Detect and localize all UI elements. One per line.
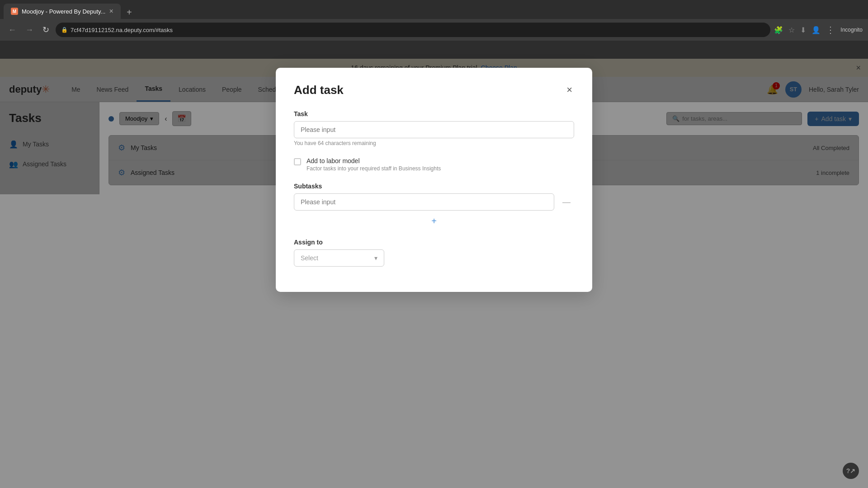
char-count: You have 64 characters remaining xyxy=(294,140,574,146)
labor-model-sublabel: Factor tasks into your required staff in… xyxy=(307,165,441,172)
browser-tabs: M Moodjoy - Powered By Deputy... × + xyxy=(0,0,868,19)
labor-model-checkbox[interactable] xyxy=(294,158,301,165)
subtask-delete-button[interactable]: — xyxy=(559,196,574,209)
modal-close-button[interactable]: × xyxy=(565,82,574,98)
labor-model-text: Add to labor model Factor tasks into you… xyxy=(307,157,441,172)
forward-button[interactable]: → xyxy=(23,23,36,37)
tab-title: Moodjoy - Powered By Deputy... xyxy=(22,8,105,15)
new-tab-button[interactable]: + xyxy=(123,5,136,19)
assign-placeholder: Select xyxy=(301,254,318,262)
task-label: Task xyxy=(294,110,574,117)
assign-dropdown[interactable]: Select ▾ xyxy=(294,249,384,267)
bookmark-icon[interactable]: ☆ xyxy=(788,26,795,34)
modal-title: Add task xyxy=(294,83,344,97)
active-tab[interactable]: M Moodjoy - Powered By Deputy... × xyxy=(4,4,121,19)
subtasks-section: Subtasks — + xyxy=(294,183,574,228)
task-input-section: Task You have 64 characters remaining xyxy=(294,110,574,146)
modal-overlay: Add task × Task You have 64 characters r… xyxy=(0,59,868,488)
download-icon[interactable]: ⬇ xyxy=(800,26,806,34)
address-bar[interactable]: 🔒 7cf47d19112152.na.deputy.com/#tasks xyxy=(56,23,770,37)
labor-model-label: Add to labor model xyxy=(307,157,441,164)
back-button[interactable]: ← xyxy=(5,23,19,37)
add-subtask-button[interactable]: + xyxy=(427,214,441,228)
incognito-label: Incognito xyxy=(840,27,863,33)
task-input[interactable] xyxy=(294,121,574,138)
menu-icon[interactable]: ⋮ xyxy=(826,24,835,35)
assign-label: Assign to xyxy=(294,239,574,246)
tab-close-button[interactable]: × xyxy=(109,7,113,15)
tab-favicon: M xyxy=(11,8,18,15)
url-text: 7cf47d19112152.na.deputy.com/#tasks xyxy=(71,27,173,33)
profile-icon[interactable]: 👤 xyxy=(811,26,821,34)
subtasks-label: Subtasks xyxy=(294,183,574,190)
subtask-input[interactable] xyxy=(294,193,554,211)
browser-actions: 🧩 ☆ ⬇ 👤 ⋮ Incognito xyxy=(774,24,863,35)
browser-chrome: M Moodjoy - Powered By Deputy... × + ← →… xyxy=(0,0,868,59)
reload-button[interactable]: ↻ xyxy=(40,23,52,37)
labor-model-section: Add to labor model Factor tasks into you… xyxy=(294,157,574,172)
browser-toolbar: ← → ↻ 🔒 7cf47d19112152.na.deputy.com/#ta… xyxy=(0,19,868,41)
assign-section: Assign to Select ▾ xyxy=(294,239,574,267)
add-task-modal: Add task × Task You have 64 characters r… xyxy=(276,68,592,292)
modal-header: Add task × xyxy=(294,82,574,98)
lock-icon: 🔒 xyxy=(61,27,68,33)
app-container: 16 days remaining of your Premium Plan t… xyxy=(0,59,868,488)
assign-dropdown-icon: ▾ xyxy=(374,254,377,262)
subtask-row: — xyxy=(294,193,574,211)
extensions-icon[interactable]: 🧩 xyxy=(774,26,783,34)
